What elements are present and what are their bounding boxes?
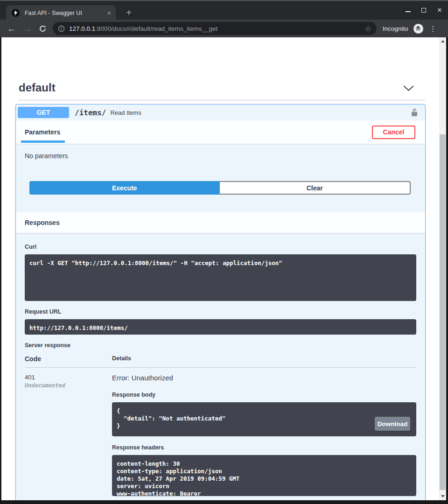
no-parameters-text: No parameters — [16, 144, 425, 160]
window-edge-bottom — [0, 500, 448, 504]
scrollbar-down-button[interactable] — [439, 493, 446, 500]
response-error-title: Error: Unauthorized — [112, 374, 416, 382]
browser-menu-icon[interactable]: ⋮ — [429, 24, 437, 33]
parameters-tab[interactable]: Parameters — [25, 128, 60, 136]
fastapi-favicon-icon — [12, 9, 20, 17]
url-text: 127.0.0.1:8000/docs#/default/read_items_… — [69, 25, 217, 32]
method-badge: GET — [18, 107, 69, 118]
server-response-table-head: Code Details — [25, 355, 416, 368]
chevron-down-icon[interactable] — [403, 85, 414, 91]
address-bar[interactable]: 127.0.0.1:8000/docs#/default/read_items_… — [53, 22, 377, 35]
window-minimize-button[interactable] — [403, 6, 413, 15]
tag-divider — [19, 100, 425, 100]
browser-tab[interactable]: Fast API - Swagger UI × — [6, 5, 116, 21]
scroll-down-icon — [441, 495, 445, 497]
window-edge-right — [446, 37, 448, 504]
curl-label: Curl — [25, 233, 416, 250]
browser-toolbar: ← → 127.0.0.1:8000/docs#/default/read_it… — [0, 20, 448, 37]
url-host: 127.0.0.1 — [69, 25, 95, 32]
response-body-wrap: { "detail": "Not authenticated" } Downlo… — [112, 402, 416, 436]
status-cell: 401 Undocumented — [25, 374, 112, 496]
status-code: 401 — [25, 374, 112, 381]
parameters-header-row: Parameters Cancel — [16, 120, 425, 144]
new-tab-button[interactable]: + — [123, 7, 134, 18]
browser-titlebar: Fast API - Swagger UI × + × — [0, 0, 448, 20]
bookmark-star-icon[interactable]: ☆ — [365, 24, 371, 33]
details-cell: Error: Unauthorized Response body { "det… — [112, 374, 416, 496]
window-maximize-button[interactable] — [419, 6, 428, 15]
server-response-table: Code Details 401 Undocumented Error: Una… — [25, 355, 416, 496]
response-headers-label: Response headers — [112, 444, 416, 451]
scroll-up-icon — [441, 40, 445, 42]
cancel-button[interactable]: Cancel — [372, 126, 415, 139]
column-code: Code — [25, 355, 112, 363]
server-response-row: 401 Undocumented Error: Unauthorized Res… — [25, 368, 416, 496]
request-url-label: Request URL — [25, 308, 416, 315]
response-body-label: Response body — [112, 392, 416, 398]
scrollbar-thumb[interactable] — [440, 134, 446, 490]
incognito-label: Incognito — [383, 25, 408, 32]
download-button[interactable]: Download — [375, 417, 410, 431]
responses-section-label: Responses — [25, 219, 60, 226]
clear-button[interactable]: Clear — [220, 181, 411, 195]
tab-close-icon[interactable]: × — [107, 10, 111, 16]
back-icon[interactable]: ← — [7, 24, 16, 33]
scrollbar-up-button[interactable] — [439, 38, 446, 45]
response-headers-code: content-length: 30 content-type: applica… — [112, 455, 416, 496]
window-close-button[interactable]: × — [435, 6, 444, 15]
maximize-icon — [421, 8, 426, 13]
url-path: :8000/docs#/default/read_items_items__ge… — [95, 25, 217, 32]
window-controls: × — [403, 6, 444, 15]
operation-path: /items/ — [75, 108, 106, 117]
operation-header[interactable]: GET /items/ Read Items — [16, 105, 425, 120]
execute-row: Execute Clear — [29, 181, 411, 195]
operation-summary: Read Items — [110, 109, 141, 116]
tag-title: default — [19, 81, 56, 94]
browser-window: Fast API - Swagger UI × + × ← → 127.0.0.… — [0, 0, 448, 504]
page-info-icon[interactable] — [58, 25, 65, 32]
reload-icon[interactable] — [39, 25, 47, 33]
parameters-body: No parameters Execute Clear — [16, 144, 425, 212]
forward-icon[interactable]: → — [23, 24, 32, 33]
column-details: Details — [112, 355, 416, 363]
parameters-tab-underline — [21, 140, 65, 143]
status-undocumented: Undocumented — [25, 382, 112, 389]
tab-title: Fast API - Swagger UI — [25, 10, 107, 16]
close-icon: × — [437, 7, 441, 14]
responses-section-header: Responses — [16, 212, 425, 233]
execute-button[interactable]: Execute — [29, 181, 220, 195]
curl-command[interactable]: curl -X GET "http://127.0.0.1:8000/items… — [25, 254, 416, 301]
responses-body: Curl curl -X GET "http://127.0.0.1:8000/… — [16, 233, 425, 500]
incognito-icon — [413, 24, 423, 34]
minimize-icon — [406, 11, 411, 12]
response-body-code: { "detail": "Not authenticated" } — [112, 402, 416, 436]
request-url-value: http://127.0.0.1:8000/items/ — [25, 319, 416, 335]
swagger-page: default GET /items/ Read Items Parameter… — [0, 37, 439, 500]
server-response-label: Server response — [25, 342, 416, 349]
window-edge-left — [0, 37, 1, 500]
page-scrollbar[interactable] — [439, 37, 446, 500]
unlock-icon[interactable] — [409, 107, 420, 118]
opblock-get-items: GET /items/ Read Items Parameters Cancel… — [15, 104, 426, 500]
